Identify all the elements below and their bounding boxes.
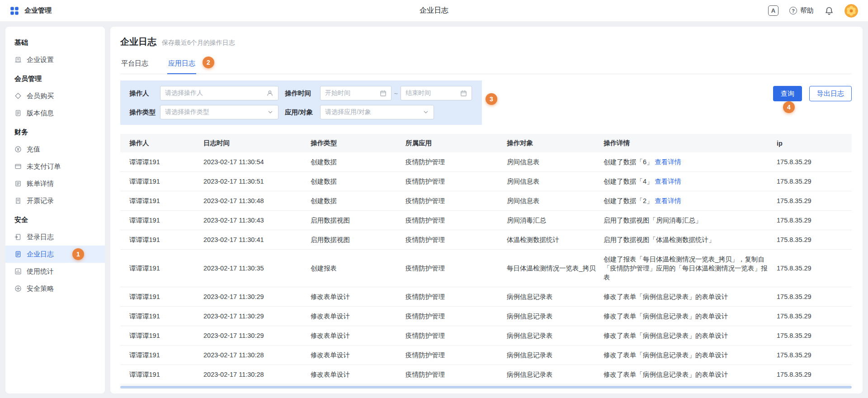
cell-object: 房间信息表 — [507, 191, 604, 211]
sidebar-item[interactable]: 开票记录 — [5, 192, 105, 209]
cell-time: 2023-02-17 11:30:29 — [203, 307, 311, 326]
table-row: 谭谭谭1912023-02-17 11:30:41启用数据视图疫情防护管理体温检… — [120, 230, 852, 250]
cell-object: 病例信息记录表 — [507, 346, 604, 365]
cell-type: 修改表单设计 — [311, 326, 406, 346]
column-header: 操作类型 — [311, 134, 406, 152]
cell-app: 疫情防护管理 — [406, 307, 507, 326]
export-logs-button[interactable]: 导出日志 — [809, 86, 852, 101]
cell-detail: 修改了表单「病例信息记录表」的表单设计 — [604, 326, 777, 346]
cell-ip: 175.8.35.29 — [777, 307, 852, 326]
cell-app: 疫情防护管理 — [406, 191, 507, 211]
sidebar-item[interactable]: 未支付订单 — [5, 158, 105, 175]
cell-operator: 谭谭谭191 — [120, 211, 203, 230]
sidebar-item-label: 会员购买 — [27, 92, 54, 100]
view-detail-link[interactable]: 查看详情 — [655, 197, 681, 204]
app-object-select[interactable]: 请选择应用/对象 — [320, 105, 434, 119]
step-badge-3: 3 — [486, 93, 497, 105]
cell-app: 疫情防护管理 — [406, 346, 507, 365]
operator-placeholder: 请选择操作人 — [165, 89, 203, 97]
cell-object: 病例信息记录表 — [507, 326, 604, 346]
question-icon: ? — [789, 7, 797, 14]
sidebar-section-title: 基础 — [5, 32, 105, 51]
table-row: 谭谭谭1912023-02-17 11:30:43启用数据视图疫情防护管理房间消… — [120, 211, 852, 230]
cell-detail: 修改了表单「病例信息记录表」的表单设计 — [604, 287, 777, 307]
cell-type: 启用数据视图 — [311, 230, 406, 250]
start-time-input[interactable]: 开始时间 — [320, 86, 392, 100]
cell-detail: 创建了数据「6」查看详情 — [604, 152, 777, 172]
building-icon — [14, 56, 22, 63]
operation-type-select[interactable]: 请选择操作类型 — [160, 105, 278, 119]
sidebar-item-label: 未支付订单 — [27, 162, 61, 171]
cell-object: 每日体温检测情况一览表_拷贝 — [507, 250, 604, 287]
table-row: 谭谭谭1912023-02-17 11:30:35创建报表疫情防护管理每日体温检… — [120, 250, 852, 287]
table-header-row: 操作人日志时间操作类型所属应用操作对象操作详情ip — [120, 134, 852, 152]
language-icon[interactable]: A — [768, 5, 778, 16]
calendar-icon — [380, 90, 387, 97]
apps-grid-icon[interactable] — [10, 6, 19, 15]
tab-label: 应用日志 — [168, 59, 195, 67]
date-range-separator: ~ — [392, 90, 401, 97]
tab-label: 平台日志 — [121, 59, 148, 67]
sidebar-item[interactable]: 安全策略 — [5, 280, 105, 297]
pagination — [120, 389, 852, 393]
sidebar-item-label: 充值 — [27, 145, 40, 154]
sidebar-item[interactable]: 企业日志1 — [5, 246, 105, 263]
topbar-page-title: 企业日志 — [420, 6, 448, 15]
cell-detail: 创建了数据「2」查看详情 — [604, 191, 777, 211]
tab[interactable]: 应用日志2 — [167, 55, 196, 74]
table-row: 谭谭谭1912023-02-17 11:30:28修改表单设计疫情防护管理病例信… — [120, 346, 852, 365]
cell-app: 疫情防护管理 — [406, 152, 507, 172]
table-row: 谭谭谭1912023-02-17 11:30:29修改表单设计疫情防护管理病例信… — [120, 326, 852, 346]
cell-detail: 启用了数据视图「房间消毒汇总」 — [604, 211, 777, 230]
end-time-placeholder: 结束时间 — [406, 89, 431, 97]
cell-operator: 谭谭谭191 — [120, 172, 203, 191]
app-title: 企业管理 — [24, 6, 52, 15]
sidebar-item[interactable]: 充值 — [5, 141, 105, 158]
user-avatar[interactable] — [844, 4, 858, 18]
column-header: 操作人 — [120, 134, 203, 152]
sidebar-item[interactable]: 版本信息 — [5, 104, 105, 122]
view-detail-link[interactable]: 查看详情 — [655, 178, 681, 185]
cell-type: 修改表单设计 — [311, 307, 406, 326]
cell-object: 房间消毒汇总 — [507, 211, 604, 230]
end-time-input[interactable]: 结束时间 — [401, 86, 472, 100]
sidebar-item[interactable]: 账单详情 — [5, 175, 105, 192]
person-icon — [266, 90, 274, 97]
sidebar-section-title: 安全 — [5, 209, 105, 228]
sidebar-item[interactable]: 会员购买 — [5, 87, 105, 104]
sidebar-item-label: 版本信息 — [27, 109, 54, 118]
target-icon — [14, 285, 22, 292]
type-filter-label: 操作类型 — [120, 108, 160, 117]
filter-panel: 操作人 请选择操作人 操作时间 开始时间 ~ — [120, 81, 482, 125]
table-row: 谭谭谭1912023-02-17 11:30:28修改表单设计疫情防护管理病例信… — [120, 365, 852, 384]
operator-select[interactable]: 请选择操作人 — [160, 86, 278, 100]
sidebar-item[interactable]: 企业设置 — [5, 51, 105, 68]
sidebar-item-label: 使用统计 — [27, 267, 54, 276]
app-object-placeholder: 请选择应用/对象 — [325, 108, 371, 116]
sidebar-nav: 基础企业设置会员管理会员购买版本信息财务充值未支付订单账单详情开票记录安全登录日… — [5, 32, 105, 297]
cell-type: 创建数据 — [311, 172, 406, 191]
sidebar-section-title: 会员管理 — [5, 68, 105, 87]
help-button[interactable]: ? 帮助 — [789, 6, 814, 15]
cell-detail: 修改了表单「病例信息记录表」的表单设计 — [604, 346, 777, 365]
tab[interactable]: 平台日志 — [120, 55, 149, 74]
sidebar-item[interactable]: 使用统计 — [5, 263, 105, 280]
cell-type: 修改表单设计 — [311, 346, 406, 365]
table-row: 谭谭谭1912023-02-17 11:30:29修改表单设计疫情防护管理病例信… — [120, 287, 852, 307]
cell-ip: 175.8.35.29 — [777, 250, 852, 287]
view-detail-link[interactable]: 查看详情 — [655, 158, 681, 166]
table-row: 谭谭谭1912023-02-17 11:30:48创建数据疫情防护管理房间信息表… — [120, 191, 852, 211]
chart-icon — [14, 268, 22, 275]
coin-icon — [14, 146, 22, 153]
table-row: 谭谭谭1912023-02-17 11:30:29修改表单设计疫情防护管理病例信… — [120, 307, 852, 326]
column-header: 日志时间 — [203, 134, 311, 152]
cell-type: 修改表单设计 — [311, 287, 406, 307]
cell-time: 2023-02-17 11:30:35 — [203, 250, 311, 287]
notification-bell-icon[interactable] — [825, 6, 834, 15]
card-icon — [14, 163, 22, 170]
column-header: 所属应用 — [406, 134, 507, 152]
sidebar-item[interactable]: 登录日志 — [5, 228, 105, 246]
cell-app: 疫情防护管理 — [406, 365, 507, 384]
query-button[interactable]: 查询 — [773, 86, 802, 101]
topbar: 企业管理 企业日志 A ? 帮助 — [0, 0, 868, 22]
